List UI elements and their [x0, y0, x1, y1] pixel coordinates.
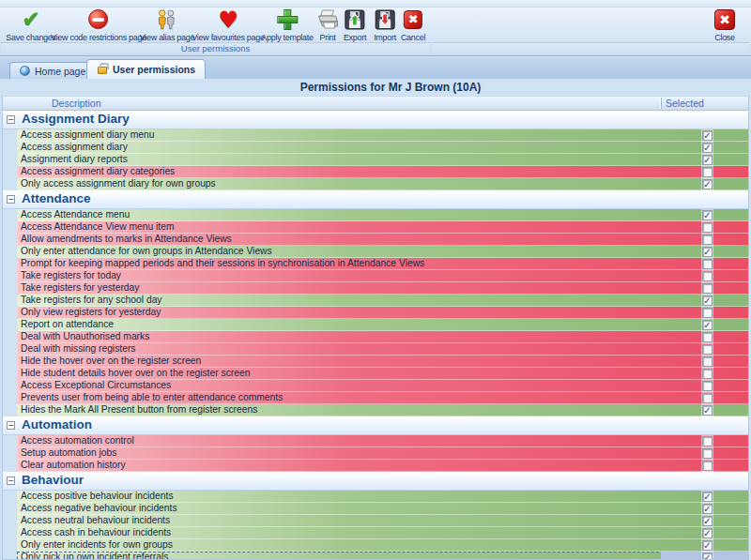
permission-label: Assignment diary reports: [21, 154, 128, 165]
group-header[interactable]: −Assignment Diary: [3, 111, 748, 129]
cancel-button[interactable]: ✖ Cancel: [401, 8, 425, 42]
permission-checkbox[interactable]: [702, 381, 713, 391]
permission-row[interactable]: Access assignment diary✓: [17, 142, 748, 154]
permission-checkbox[interactable]: [702, 308, 713, 318]
permission-row[interactable]: Hides the Mark All Present button from r…: [17, 404, 748, 416]
import-button[interactable]: Import: [374, 8, 396, 42]
permission-checkbox[interactable]: [702, 393, 713, 403]
close-button[interactable]: ✖ Close: [714, 8, 735, 42]
permission-label: Only pick up own incident referrals: [21, 552, 168, 560]
group-header[interactable]: −Behaviour: [3, 472, 748, 491]
print-button[interactable]: Print: [316, 8, 340, 42]
permission-checkbox[interactable]: [702, 235, 713, 245]
permission-row[interactable]: Only pick up own incident referrals✓: [17, 552, 748, 560]
view-code-restrictions-button[interactable]: View code restrictions page: [51, 8, 146, 42]
permission-checkbox[interactable]: [702, 167, 713, 177]
permission-checkbox[interactable]: ✓: [702, 540, 713, 551]
permission-row[interactable]: Access assignment diary menu✓: [17, 129, 748, 142]
permission-checkbox[interactable]: ✓: [702, 295, 713, 306]
collapse-icon[interactable]: −: [7, 115, 15, 124]
permission-checkbox[interactable]: ✓: [702, 143, 713, 153]
permission-label: Deal with missing registers: [21, 343, 135, 355]
ribbon-toolbar: ✔ Save changes View code restrictions pa…: [0, 0, 751, 56]
collapse-icon[interactable]: −: [7, 421, 15, 430]
permission-checkbox[interactable]: ✓: [702, 405, 713, 416]
permission-row[interactable]: Access Exceptional Circumstances: [17, 380, 748, 392]
permission-row[interactable]: Prevents user from being able to enter a…: [17, 392, 748, 404]
permission-row[interactable]: Only enter incidents for own groups✓: [17, 539, 748, 552]
tab-strip: Home page User permissions: [0, 57, 751, 79]
permission-checkbox[interactable]: [702, 332, 713, 342]
permission-row[interactable]: Access assignment diary categories: [17, 166, 748, 178]
permission-row[interactable]: Access Attendance menu✓: [17, 209, 748, 221]
permission-row[interactable]: Only enter attendance for own groups in …: [17, 246, 748, 258]
permission-row[interactable]: Take registers for yesterday: [17, 282, 748, 295]
permission-checkbox[interactable]: ✓: [702, 492, 713, 502]
permission-checkbox[interactable]: ✓: [702, 247, 713, 257]
permission-checkbox[interactable]: ✓: [702, 155, 713, 165]
permission-checkbox[interactable]: [702, 448, 713, 459]
permission-checkbox[interactable]: ✓: [702, 179, 713, 189]
permission-checkbox[interactable]: ✓: [702, 552, 713, 560]
permission-checkbox[interactable]: ✓: [702, 320, 713, 330]
permission-checkbox[interactable]: [702, 369, 713, 379]
permission-checkbox[interactable]: ✓: [702, 210, 713, 220]
permission-label: Access Exceptional Circumstances: [21, 380, 171, 391]
toolbar-group-label: User permissions: [181, 43, 250, 53]
permission-row[interactable]: Only access assignment diary for own gro…: [17, 178, 748, 190]
permission-checkbox[interactable]: [702, 259, 713, 269]
permission-label: Hide the hover over on the register scre…: [21, 356, 201, 367]
permission-checkbox[interactable]: [702, 222, 713, 233]
permission-label: Hides the Mark All Present button from r…: [21, 404, 257, 416]
permission-row[interactable]: Access negative behaviour incidents✓: [17, 503, 748, 515]
tab-home-page[interactable]: Home page: [9, 62, 96, 79]
view-favourites-page-button[interactable]: ♥ View favourites page: [192, 8, 264, 42]
people-icon: [156, 8, 178, 31]
group-header[interactable]: −Automation: [3, 416, 748, 435]
permission-row[interactable]: Access automation control: [17, 435, 748, 447]
tab-user-permissions[interactable]: User permissions: [86, 59, 206, 79]
permission-row[interactable]: Setup automation jobs: [17, 447, 748, 460]
permission-label: Only enter incidents for own groups: [21, 539, 173, 551]
permission-row[interactable]: Report on attendance✓: [17, 319, 748, 331]
permission-row[interactable]: Access positive behaviour incidents✓: [17, 491, 748, 503]
permission-row[interactable]: Hide student details hover over on the r…: [17, 368, 748, 380]
permission-row[interactable]: Assignment diary reports✓: [17, 154, 748, 166]
permission-checkbox[interactable]: [702, 436, 713, 446]
group-header[interactable]: −Attendance: [3, 190, 748, 209]
permission-row[interactable]: Clear automation history: [17, 460, 748, 472]
collapse-icon[interactable]: −: [7, 477, 15, 485]
permission-checkbox[interactable]: ✓: [702, 504, 713, 514]
permissions-grid-body: −Assignment DiaryAccess assignment diary…: [3, 111, 748, 560]
apply-template-label: Apply template: [261, 33, 313, 42]
permission-checkbox[interactable]: [702, 283, 713, 294]
permission-checkbox[interactable]: ✓: [702, 528, 713, 538]
permission-label: Access automation control: [21, 435, 134, 446]
permission-row[interactable]: Hide the hover over on the register scre…: [17, 356, 748, 368]
permission-row[interactable]: Access Attendance View menu item: [17, 221, 748, 234]
column-header-description[interactable]: Description: [52, 98, 101, 109]
permission-checkbox[interactable]: ✓: [702, 516, 713, 526]
permission-checkbox[interactable]: [702, 344, 713, 355]
collapse-icon[interactable]: −: [7, 195, 15, 204]
permission-label: Clear automation history: [21, 460, 126, 471]
permission-row[interactable]: Deal with Unauthorised marks: [17, 331, 748, 343]
permission-row[interactable]: Deal with missing registers: [17, 343, 748, 356]
view-alias-page-button[interactable]: View alias page: [140, 8, 194, 42]
save-changes-button[interactable]: ✔ Save changes: [6, 8, 55, 42]
permission-row[interactable]: Access cash in behaviour incidents✓: [17, 527, 748, 539]
permission-row[interactable]: Access neutral behaviour incidents✓: [17, 515, 748, 527]
permission-row[interactable]: Allow amendments to marks in Attendance …: [17, 234, 748, 246]
permission-checkbox[interactable]: [702, 271, 713, 281]
permission-label: Access Attendance View menu item: [21, 221, 175, 233]
column-header-selected[interactable]: Selected: [661, 98, 704, 109]
permission-row[interactable]: Take registers for today: [17, 270, 748, 282]
permission-row[interactable]: Only view registers for yesterday: [17, 307, 748, 319]
permission-checkbox[interactable]: [702, 461, 713, 471]
permission-row[interactable]: Take registers for any school day✓: [17, 295, 748, 307]
apply-template-button[interactable]: Apply template: [261, 8, 313, 42]
permission-checkbox[interactable]: [702, 356, 713, 367]
permission-row[interactable]: Prompt for keeping mapped periods and th…: [17, 258, 748, 270]
export-button[interactable]: Export: [344, 8, 366, 42]
permission-checkbox[interactable]: ✓: [702, 130, 713, 141]
